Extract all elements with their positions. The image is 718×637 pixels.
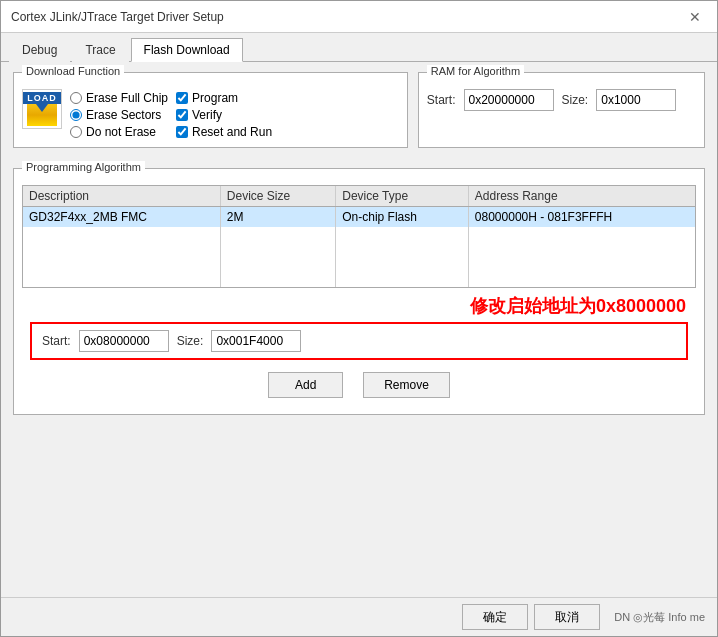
table-row[interactable]: GD32F4xx_2MB FMC 2M On-chip Flash 080000… — [23, 207, 695, 228]
edit-start-input[interactable] — [79, 330, 169, 352]
checkbox-reset-run-input[interactable] — [176, 126, 188, 138]
edit-start-label: Start: — [42, 334, 71, 348]
ram-start-input[interactable] — [464, 89, 554, 111]
main-content: Download Function LOAD Erase Full Chip — [1, 62, 717, 597]
radio-erase-sectors-label: Erase Sectors — [86, 108, 161, 122]
close-button[interactable]: ✕ — [683, 7, 707, 27]
table-empty-row-2 — [23, 247, 695, 267]
download-inner: LOAD Erase Full Chip Erase Sectors — [22, 89, 399, 139]
checkbox-program-input[interactable] — [176, 92, 188, 104]
ram-start-label: Start: — [427, 93, 456, 107]
title-bar: Cortex JLink/JTrace Target Driver Setup … — [1, 1, 717, 33]
ok-button[interactable]: 确定 — [462, 604, 528, 630]
algo-table-container: Description Device Size Device Type Addr… — [22, 185, 696, 288]
checkbox-options: Program Verify Reset and Run — [176, 91, 272, 139]
edit-size-label: Size: — [177, 334, 204, 348]
load-icon-graphic — [27, 104, 57, 126]
tab-bar: Debug Trace Flash Download — [1, 33, 717, 62]
checkbox-reset-run-label: Reset and Run — [192, 125, 272, 139]
programming-algorithm-group: Programming Algorithm Description Device… — [13, 168, 705, 415]
ram-algorithm-label: RAM for Algorithm — [427, 65, 524, 77]
annotation-text: 修改启始地址为0x8000000 — [22, 288, 696, 322]
top-groups-row: Download Function LOAD Erase Full Chip — [13, 72, 705, 158]
remove-button[interactable]: Remove — [363, 372, 450, 398]
checkbox-verify-label: Verify — [192, 108, 222, 122]
load-icon: LOAD — [22, 89, 62, 129]
add-remove-button-row: Add Remove — [22, 368, 696, 406]
radio-erase-full-input[interactable] — [70, 92, 82, 104]
ram-size-label: Size: — [562, 93, 589, 107]
radio-erase-sectors-input[interactable] — [70, 109, 82, 121]
footer-info: DN ◎光莓 Info me — [614, 610, 705, 625]
checkbox-verify-input[interactable] — [176, 109, 188, 121]
radio-erase-full-label: Erase Full Chip — [86, 91, 168, 105]
footer: 确定 取消 DN ◎光莓 Info me — [1, 597, 717, 636]
ram-size-input[interactable] — [596, 89, 676, 111]
cell-device-type: On-chip Flash — [336, 207, 469, 228]
table-empty-row-3 — [23, 267, 695, 287]
tab-flash-download[interactable]: Flash Download — [131, 38, 243, 62]
checkbox-reset-run: Reset and Run — [176, 125, 272, 139]
main-window: Cortex JLink/JTrace Target Driver Setup … — [0, 0, 718, 637]
add-button[interactable]: Add — [268, 372, 343, 398]
cancel-button[interactable]: 取消 — [534, 604, 600, 630]
checkbox-program-label: Program — [192, 91, 238, 105]
radio-do-not-erase-input[interactable] — [70, 126, 82, 138]
table-empty-row-1 — [23, 227, 695, 247]
col-device-size: Device Size — [220, 186, 335, 207]
col-device-type: Device Type — [336, 186, 469, 207]
radio-do-not-erase-label: Do not Erase — [86, 125, 156, 139]
load-icon-text: LOAD — [23, 92, 61, 104]
radio-erase-sectors: Erase Sectors — [70, 108, 168, 122]
radio-do-not-erase: Do not Erase — [70, 125, 168, 139]
tab-trace[interactable]: Trace — [72, 38, 128, 62]
algo-table: Description Device Size Device Type Addr… — [23, 186, 695, 287]
cell-address-range: 08000000H - 081F3FFFH — [468, 207, 695, 228]
tab-debug[interactable]: Debug — [9, 38, 70, 62]
radio-erase-full: Erase Full Chip — [70, 91, 168, 105]
start-size-edit-row: Start: Size: — [30, 322, 688, 360]
download-function-group: Download Function LOAD Erase Full Chip — [13, 72, 408, 148]
programming-algorithm-label: Programming Algorithm — [22, 161, 145, 173]
table-header-row: Description Device Size Device Type Addr… — [23, 186, 695, 207]
cell-description: GD32F4xx_2MB FMC — [23, 207, 220, 228]
ram-inner: Start: Size: — [427, 89, 696, 111]
window-title: Cortex JLink/JTrace Target Driver Setup — [11, 10, 224, 24]
checkbox-program: Program — [176, 91, 272, 105]
radio-options: Erase Full Chip Erase Sectors Do not Era… — [70, 91, 168, 139]
ram-algorithm-group: RAM for Algorithm Start: Size: — [418, 72, 705, 148]
checkbox-verify: Verify — [176, 108, 272, 122]
col-address-range: Address Range — [468, 186, 695, 207]
download-function-label: Download Function — [22, 65, 124, 77]
col-description: Description — [23, 186, 220, 207]
edit-size-input[interactable] — [211, 330, 301, 352]
cell-device-size: 2M — [220, 207, 335, 228]
